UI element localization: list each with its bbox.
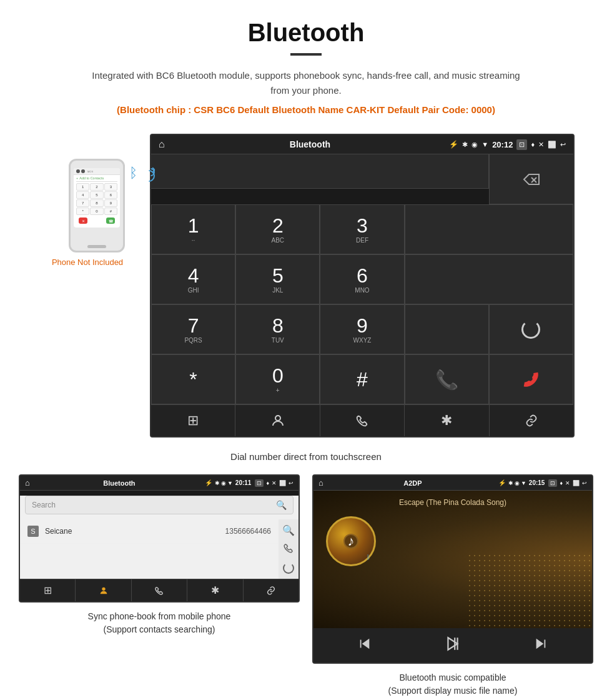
pb-loc-icon: ◉ (221, 480, 226, 486)
pb-search-icon[interactable]: 🔍 (282, 524, 295, 536)
music-home-icon[interactable]: ⌂ (318, 478, 323, 488)
phone-call-btn: ☎ (106, 218, 115, 224)
svg-point-2 (275, 416, 280, 421)
link-icon (525, 414, 538, 428)
bluetooth-signal: ᛒ (129, 165, 137, 181)
music-vol-icon: ♦ (560, 480, 563, 486)
key-6: 6 (104, 191, 117, 199)
music-unit: ⌂ A2DP ⚡ ✱ ◉ ▼ 20:15 ⊡ ♦ ✕ ⬜ ↩ Escape (T… (312, 474, 593, 664)
music-time: 20:15 (529, 479, 545, 486)
next-track-button[interactable] (534, 637, 548, 654)
phone-not-included-label: Phone Not Included (52, 258, 123, 267)
dialpad-key-hash[interactable]: # (320, 354, 404, 404)
car-dialpad-unit: ⌂ Bluetooth ⚡ ✱ ◉ ▼ 20:12 ⊡ ♦ ✕ ⬜ ↩ (150, 134, 575, 438)
dialpad-key-0[interactable]: 0 + (235, 354, 320, 404)
status-bar-title: Bluetooth (171, 139, 450, 149)
pb-nav-user[interactable] (76, 579, 131, 601)
call-end-icon (520, 371, 542, 388)
phonebook-search-bar[interactable]: Search 🔍 (25, 496, 294, 514)
play-pause-button[interactable] (445, 636, 461, 655)
dialpad-key-star[interactable]: * (151, 354, 235, 404)
close-icon[interactable]: ✕ (538, 141, 544, 149)
search-icon: 🔍 (276, 500, 287, 510)
music-caption: Bluetooth music compatible (Support disp… (388, 671, 518, 698)
phonebook-home-icon[interactable]: ⌂ (25, 478, 30, 488)
bottom-navigation: ⊞ ✱ (151, 404, 573, 436)
nav-dialpad[interactable]: ⊞ (151, 405, 235, 436)
key-5: 5 (90, 191, 103, 199)
pb-vol-icon: ♦ (266, 480, 269, 486)
description-text: Integrated with BC6 Bluetooth module, su… (87, 68, 525, 98)
dialpad-empty-1 (405, 204, 573, 254)
dialpad-key-8[interactable]: 8 TUV (235, 304, 320, 354)
pb-phone-icon[interactable] (283, 542, 294, 556)
nav-link[interactable] (490, 405, 573, 436)
reload-icon (521, 320, 540, 339)
dialpad-key-6[interactable]: 6 MNO (320, 254, 404, 304)
bluetooth-icon: ᛒ (129, 165, 137, 181)
music-album-area: ♪ ᛒ (321, 516, 585, 566)
status-bar: ⌂ Bluetooth ⚡ ✱ ◉ ▼ 20:12 ⊡ ♦ ✕ ⬜ ↩ (151, 135, 573, 154)
dialpad-key-3[interactable]: 3 DEF (320, 204, 404, 254)
contact-item[interactable]: S Seicane 13566664466 (20, 519, 279, 544)
pb-back-icon: ↩ (289, 480, 294, 486)
dialpad-key-9[interactable]: 9 WXYZ (320, 304, 404, 354)
location-icon: ◉ (471, 141, 478, 149)
pb-nav-link[interactable] (244, 579, 299, 601)
phone-call-row: ✕ ☎ (74, 216, 120, 225)
key-9: 9 (104, 199, 117, 207)
wifi-icon: ▼ (481, 141, 488, 148)
prev-track-button[interactable] (358, 637, 372, 654)
pb-nav-bt[interactable]: ✱ (187, 579, 243, 601)
call-answer-button[interactable]: 📞 (405, 354, 489, 404)
phonebook-main: S Seicane 13566664466 🔍 (20, 519, 299, 579)
reload-button[interactable] (489, 304, 573, 354)
back-icon[interactable]: ↩ (560, 141, 566, 149)
bottom-screenshots: ⌂ Bluetooth ⚡ ✱ ◉ ▼ 20:11 ⊡ ♦ ✕ ⬜ ↩ Sear… (0, 474, 612, 700)
music-status-bar: ⌂ A2DP ⚡ ✱ ◉ ▼ 20:15 ⊡ ♦ ✕ ⬜ ↩ (313, 476, 592, 491)
nav-phone[interactable] (320, 405, 405, 436)
add-contact-btn: +Add to Contacts (74, 175, 120, 181)
camera-icon[interactable]: ⊡ (516, 139, 527, 150)
pb-win-icon: ⬜ (279, 480, 286, 486)
dialpad: 1 ∙∙ 2 ABC 3 DEF 4 GHI 5 JKL 6 (151, 154, 573, 404)
music-song-title: Escape (The Pina Colada Song) (321, 498, 585, 507)
dialpad-key-5[interactable]: 5 JKL (235, 254, 320, 304)
phonebook-content: Search 🔍 S Seicane 13566664466 🔍 (20, 496, 299, 579)
contact-number: 13566664466 (225, 527, 271, 536)
album-bt-overlay: ᛒ (367, 554, 370, 561)
dialpad-key-1[interactable]: 1 ∙∙ (151, 204, 235, 254)
pb-bt-icon: ✱ (215, 480, 220, 486)
dialpad-key-7[interactable]: 7 PQRS (151, 304, 235, 354)
volume-icon[interactable]: ♦ (531, 141, 535, 148)
call-end-button[interactable] (489, 354, 573, 404)
phonebook-list-area: S Seicane 13566664466 (20, 519, 279, 579)
dialpad-display (151, 154, 489, 189)
window-icon[interactable]: ⬜ (548, 141, 556, 149)
music-note-icon: ♪ (348, 533, 355, 549)
home-icon[interactable]: ⌂ (159, 139, 165, 150)
status-time: 20:12 (492, 140, 513, 149)
phonebook-caption: Sync phone-book from mobile phone (Suppo… (88, 610, 231, 636)
page-title: Bluetooth (37, 19, 575, 47)
pb-cam-icon: ⊡ (255, 479, 264, 487)
pb-close-icon: ✕ (272, 480, 277, 486)
phonebook-caption-line1: Sync phone-book from mobile phone (88, 611, 231, 621)
key-2: 2 (90, 183, 103, 191)
music-inner: Escape (The Pina Colada Song) ♪ ᛒ (313, 491, 592, 574)
pb-reload-icon[interactable] (283, 562, 294, 574)
backspace-button[interactable] (489, 154, 573, 204)
pb-nav-dialpad[interactable]: ⊞ (20, 579, 76, 601)
music-bt-icon: ✱ (508, 480, 513, 486)
pb-nav-phone[interactable] (132, 579, 187, 601)
nav-bluetooth[interactable]: ✱ (405, 405, 489, 436)
pb-phone-nav-icon (154, 586, 164, 596)
pb-usb-icon: ⚡ (205, 479, 212, 486)
dialpad-key-4[interactable]: 4 GHI (151, 254, 235, 304)
dialpad-key-2[interactable]: 2 ABC (235, 204, 320, 254)
music-win-icon: ⬜ (573, 480, 580, 486)
nav-contacts[interactable] (235, 405, 320, 436)
phone-screen: MOS +Add to Contacts 1 2 3 4 5 6 7 8 (74, 168, 120, 228)
signal-waves (143, 168, 155, 182)
music-controls (313, 628, 592, 662)
